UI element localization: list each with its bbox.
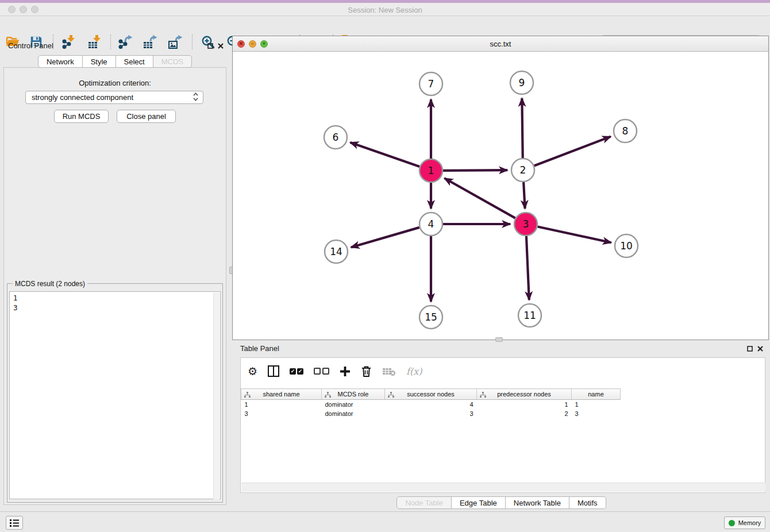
graph-edge-4-14[interactable] — [351, 228, 419, 248]
graph-edge-2-9[interactable] — [522, 98, 522, 158]
network-canvas[interactable]: 7968124314101511 — [233, 52, 768, 340]
task-history-button[interactable] — [6, 516, 23, 530]
import-table-icon[interactable] — [87, 34, 103, 50]
graph-node-1[interactable]: 1 — [419, 159, 442, 182]
svg-text:1: 1 — [428, 165, 434, 176]
memory-button-label: Memory — [738, 519, 761, 526]
node-table: shared nameMCDS rolesuccessor nodesprede… — [241, 388, 621, 418]
optimization-criterion-label: Optimization criterion: — [3, 79, 226, 87]
svg-text:7: 7 — [428, 78, 434, 90]
status-bar: Memory — [0, 511, 770, 532]
gear-icon[interactable]: ⚙ — [248, 364, 257, 379]
selected-criterion: strongly connected component — [32, 93, 193, 102]
add-icon[interactable] — [340, 364, 351, 379]
mcds-result-text[interactable]: 1 3 — [9, 291, 221, 499]
graph-node-6[interactable]: 6 — [324, 126, 347, 149]
control-panel-float-icon[interactable] — [207, 43, 214, 49]
tab-node-table[interactable]: Node Table — [396, 496, 452, 509]
table-panel-float-icon[interactable] — [746, 345, 753, 352]
mcds-result-title: MCDS result (2 nodes) — [13, 280, 87, 288]
graph-node-2[interactable]: 2 — [511, 159, 534, 182]
graph-node-11[interactable]: 11 — [518, 304, 541, 327]
graph-node-15[interactable]: 15 — [419, 306, 442, 329]
stepper-icon — [193, 92, 198, 103]
select-all-icon[interactable]: ✓✓ — [290, 364, 303, 379]
import-network-icon[interactable] — [61, 34, 77, 50]
svg-text:6: 6 — [333, 132, 339, 143]
svg-text:4: 4 — [428, 218, 434, 230]
table-panel-close-icon[interactable] — [757, 345, 764, 352]
delete-table-icon[interactable] — [382, 364, 396, 379]
list-icon — [9, 518, 20, 527]
svg-text:15: 15 — [425, 311, 437, 323]
graph-node-8[interactable]: 8 — [614, 119, 637, 142]
column-tree-icon — [325, 392, 331, 399]
deselect-all-icon[interactable] — [314, 364, 329, 379]
column-header-successor-nodes[interactable]: successor nodes — [385, 389, 477, 400]
table-horizontal-scrollbar[interactable] — [241, 483, 765, 492]
main-titlebar: Session: New Session — [0, 3, 770, 16]
tab-network[interactable]: Network — [38, 55, 83, 68]
control-panel-close-icon[interactable] — [217, 43, 224, 49]
mcds-result-scrollbar[interactable] — [213, 292, 220, 499]
horizontal-splitter-handle[interactable] — [495, 337, 503, 342]
toolbar-separator — [192, 34, 192, 49]
table-panel-tabs: Node TableEdge TableNetwork TableMotifs — [233, 496, 770, 509]
table-toolbar: ⚙ ✓✓ f(x) — [241, 358, 765, 384]
svg-text:2: 2 — [520, 164, 526, 176]
column-header-predecessor-nodes[interactable]: predecessor nodes — [477, 389, 572, 400]
graph-node-14[interactable]: 14 — [325, 240, 348, 263]
graph-edge-1-6[interactable] — [350, 142, 419, 167]
node-table-header-row: shared nameMCDS rolesuccessor nodesprede… — [241, 389, 621, 400]
delete-icon[interactable] — [361, 364, 372, 379]
application-window: Session: New Session — [0, 0, 770, 532]
export-table-icon[interactable] — [142, 34, 158, 50]
graph-edge-3-11[interactable] — [526, 236, 529, 300]
svg-text:9: 9 — [519, 77, 525, 88]
close-panel-button[interactable]: Close panel — [117, 110, 176, 123]
table-panel-title: Table Panel — [240, 344, 279, 353]
node-table-container: ⚙ ✓✓ f(x) shared nameMCDS rolesuccessor … — [240, 357, 765, 493]
run-mcds-button[interactable]: Run MCDS — [54, 110, 109, 123]
tab-edge-table[interactable]: Edge Table — [452, 496, 506, 509]
main-toolbar — [0, 16, 770, 36]
table-row[interactable]: 1dominator411 — [241, 400, 621, 409]
export-image-icon[interactable] — [167, 34, 183, 50]
graph-node-7[interactable]: 7 — [419, 72, 442, 95]
svg-text:3: 3 — [523, 218, 529, 230]
memory-button[interactable]: Memory — [724, 516, 765, 529]
table-row[interactable]: 3dominator323 — [241, 409, 621, 418]
tab-select[interactable]: Select — [116, 55, 153, 68]
svg-text:14: 14 — [330, 246, 342, 257]
session-title: Session: New Session — [0, 6, 770, 14]
graph-edge-2-3[interactable] — [523, 182, 525, 209]
graph-node-3[interactable]: 3 — [514, 213, 537, 236]
svg-text:11: 11 — [523, 310, 536, 321]
graph-node-10[interactable]: 10 — [615, 234, 638, 257]
network-window-titlebar[interactable]: ✕ − + scc.txt — [233, 36, 768, 52]
graph-edge-1-2[interactable] — [443, 170, 507, 171]
column-header-name[interactable]: name — [572, 389, 621, 400]
column-header-shared-name[interactable]: shared name — [241, 389, 322, 400]
column-tree-icon — [388, 392, 394, 399]
graph-edge-3-10[interactable] — [538, 226, 611, 242]
export-network-icon[interactable] — [117, 34, 133, 50]
function-builder-icon[interactable]: f(x) — [406, 364, 422, 379]
graph-edge-2-8[interactable] — [534, 137, 611, 166]
control-panel-tabs: NetworkStyleSelectMCDS — [0, 55, 230, 68]
columns-icon[interactable] — [268, 364, 279, 379]
tab-style[interactable]: Style — [83, 55, 116, 68]
network-graph: 7968124314101511 — [233, 52, 768, 340]
tab-mcds[interactable]: MCDS — [153, 55, 192, 68]
optimization-criterion-select[interactable]: strongly connected component — [25, 91, 203, 104]
control-panel-title: Control Panel — [8, 41, 53, 50]
memory-status-icon — [729, 520, 735, 526]
column-header-MCDS-role[interactable]: MCDS role — [322, 389, 385, 400]
network-view-window: ✕ − + scc.txt 7968124314101511 — [232, 36, 769, 340]
graph-edge-3-1[interactable] — [445, 178, 515, 218]
tab-motifs[interactable]: Motifs — [569, 496, 606, 509]
graph-node-9[interactable]: 9 — [510, 71, 533, 94]
graph-node-4[interactable]: 4 — [419, 213, 442, 236]
tab-network-table[interactable]: Network Table — [506, 496, 569, 509]
svg-text:10: 10 — [620, 240, 633, 252]
